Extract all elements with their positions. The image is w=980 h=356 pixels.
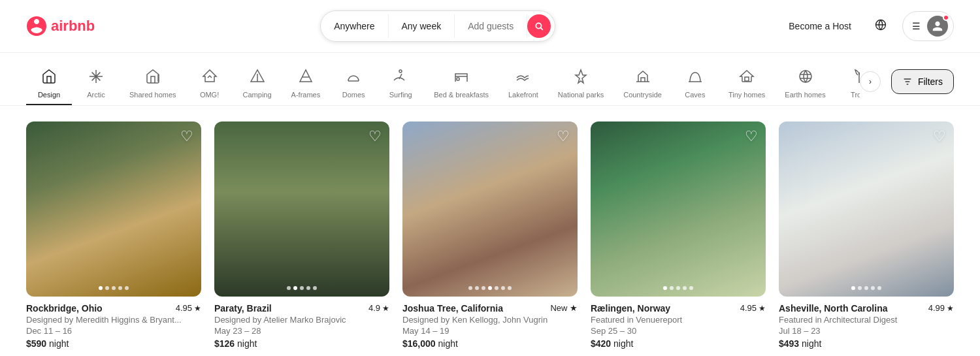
tropical-icon bbox=[851, 69, 860, 88]
svg-rect-6 bbox=[745, 77, 749, 81]
listing-price: $493 night bbox=[779, 338, 954, 349]
dot bbox=[877, 286, 881, 290]
listing-info: Rockbridge, Ohio 4.95 ★ Designed by Mere… bbox=[26, 297, 201, 349]
listing-info: Rælingen, Norway 4.95 ★ Featured in Venu… bbox=[591, 297, 766, 349]
listing-location: Paraty, Brazil bbox=[214, 303, 272, 314]
dot bbox=[501, 286, 505, 290]
search-add-guests[interactable]: Add guests bbox=[455, 14, 527, 38]
listing-location: Asheville, North Carolina bbox=[779, 303, 887, 314]
wishlist-button[interactable]: ♡ bbox=[557, 129, 570, 144]
listing-title-row: Rælingen, Norway 4.95 ★ bbox=[591, 303, 766, 314]
category-item-domes[interactable]: Domes bbox=[331, 63, 376, 105]
wishlist-button[interactable]: ♡ bbox=[180, 129, 193, 144]
listing-dates: Sep 25 – 30 bbox=[591, 326, 766, 336]
dot bbox=[858, 286, 862, 290]
dot bbox=[475, 286, 479, 290]
category-item-arctic[interactable]: Arctic bbox=[73, 63, 119, 105]
category-item-earth-homes[interactable]: Earth homes bbox=[776, 63, 834, 105]
listing-info: Joshua Tree, California New ★ Designed b… bbox=[402, 297, 578, 349]
image-dots bbox=[287, 286, 317, 290]
listing-rating: 4.99 ★ bbox=[928, 303, 954, 313]
logo[interactable]: airbnb bbox=[26, 16, 95, 37]
filters-button[interactable]: Filters bbox=[891, 69, 954, 94]
category-label-camping: Camping bbox=[243, 91, 272, 99]
national-parks-icon bbox=[573, 69, 589, 88]
shared-homes-icon bbox=[145, 69, 161, 88]
search-bar[interactable]: Anywhere Any week Add guests bbox=[320, 10, 555, 42]
listing-card[interactable]: ♡ Paraty, Brazil 4.9 ★ Designed by Ateli… bbox=[214, 121, 389, 349]
category-item-bed-breakfasts[interactable]: Bed & breakfasts bbox=[425, 63, 498, 105]
surfing-icon bbox=[393, 69, 408, 88]
search-button[interactable] bbox=[527, 14, 551, 38]
wishlist-button[interactable]: ♡ bbox=[368, 129, 382, 144]
listing-card[interactable]: ♡ Joshua Tree, California New ★ Designed… bbox=[402, 121, 578, 349]
category-item-caves[interactable]: Caves bbox=[672, 63, 718, 105]
language-button[interactable] bbox=[870, 14, 892, 39]
listing-image: ♡ bbox=[779, 121, 954, 297]
listing-title-row: Paraty, Brazil 4.9 ★ bbox=[214, 303, 389, 314]
category-item-lakefront[interactable]: Lakefront bbox=[499, 63, 547, 105]
category-item-tiny-homes[interactable]: Tiny homes bbox=[719, 63, 774, 105]
search-any-week[interactable]: Any week bbox=[389, 14, 455, 38]
listing-description: Featured in Architectural Digest bbox=[779, 315, 954, 325]
listing-rating: 4.9 ★ bbox=[368, 303, 389, 313]
domes-icon bbox=[346, 69, 361, 88]
category-label-caves: Caves bbox=[685, 91, 705, 99]
listing-price: $590 night bbox=[26, 338, 201, 349]
category-nav-arrow[interactable]: › bbox=[860, 71, 881, 92]
category-label-tropical: Tro... bbox=[851, 91, 860, 99]
listing-info: Paraty, Brazil 4.9 ★ Designed by Atelier… bbox=[214, 297, 389, 349]
dot bbox=[670, 286, 674, 290]
hamburger-icon: ☰ bbox=[912, 21, 921, 31]
wishlist-button[interactable]: ♡ bbox=[933, 129, 946, 144]
listing-rating: 4.95 ★ bbox=[740, 303, 766, 313]
category-item-camping[interactable]: Camping bbox=[234, 63, 281, 105]
category-item-national-parks[interactable]: National parks bbox=[549, 63, 613, 105]
category-label-a-frames: A-frames bbox=[291, 91, 321, 99]
caves-icon bbox=[687, 69, 703, 88]
notification-badge bbox=[943, 14, 949, 21]
svg-point-7 bbox=[800, 71, 811, 82]
listing-rating: 4.95 ★ bbox=[176, 303, 201, 313]
category-item-omg[interactable]: OMG! bbox=[187, 63, 233, 105]
category-label-design: Design bbox=[38, 91, 60, 99]
category-label-lakefront: Lakefront bbox=[508, 91, 538, 99]
dot bbox=[482, 286, 485, 290]
listing-card[interactable]: ♡ Asheville, North Carolina 4.99 ★ Featu… bbox=[779, 121, 954, 349]
dot bbox=[871, 286, 875, 290]
category-item-surfing[interactable]: Surfing bbox=[378, 63, 423, 105]
category-label-countryside: Countryside bbox=[623, 91, 662, 99]
category-label-national-parks: National parks bbox=[558, 91, 604, 99]
listing-card[interactable]: ♡ Rælingen, Norway 4.95 ★ Featured in Ve… bbox=[591, 121, 766, 349]
dot bbox=[508, 286, 512, 290]
omg-icon bbox=[202, 69, 218, 88]
design-icon bbox=[41, 69, 57, 88]
filters-icon bbox=[902, 76, 913, 87]
listings-grid: ♡ Rockbridge, Ohio 4.95 ★ Designed by Me… bbox=[0, 106, 980, 356]
dot bbox=[306, 286, 310, 290]
listing-info: Asheville, North Carolina 4.99 ★ Feature… bbox=[779, 297, 954, 349]
listing-image: ♡ bbox=[214, 121, 389, 297]
become-host-link[interactable]: Become a Host bbox=[781, 16, 859, 37]
listing-description: Designed by Atelier Marko Brajovic bbox=[214, 315, 389, 325]
listing-card[interactable]: ♡ Rockbridge, Ohio 4.95 ★ Designed by Me… bbox=[26, 121, 201, 349]
category-item-design[interactable]: Design bbox=[26, 63, 72, 105]
category-item-tropical[interactable]: Tro... bbox=[836, 63, 860, 105]
svg-point-0 bbox=[536, 23, 542, 28]
listing-description: Designed by Ken Kellogg, John Vugrin bbox=[402, 315, 578, 325]
dot bbox=[99, 286, 103, 290]
user-menu[interactable]: ☰ bbox=[902, 11, 954, 41]
category-item-countryside[interactable]: Countryside bbox=[614, 63, 671, 105]
wishlist-button[interactable]: ♡ bbox=[745, 129, 758, 144]
category-item-a-frames[interactable]: A-frames bbox=[282, 63, 330, 105]
listing-image: ♡ bbox=[591, 121, 766, 297]
user-icon bbox=[932, 20, 943, 32]
airbnb-logo-icon bbox=[26, 16, 47, 37]
arctic-icon bbox=[88, 69, 104, 88]
dot bbox=[851, 286, 855, 290]
category-item-shared-homes[interactable]: Shared homes bbox=[120, 63, 186, 105]
search-anywhere[interactable]: Anywhere bbox=[321, 14, 388, 38]
category-label-domes: Domes bbox=[342, 91, 365, 99]
header-right: Become a Host ☰ bbox=[781, 11, 954, 41]
tiny-homes-icon bbox=[739, 69, 755, 88]
